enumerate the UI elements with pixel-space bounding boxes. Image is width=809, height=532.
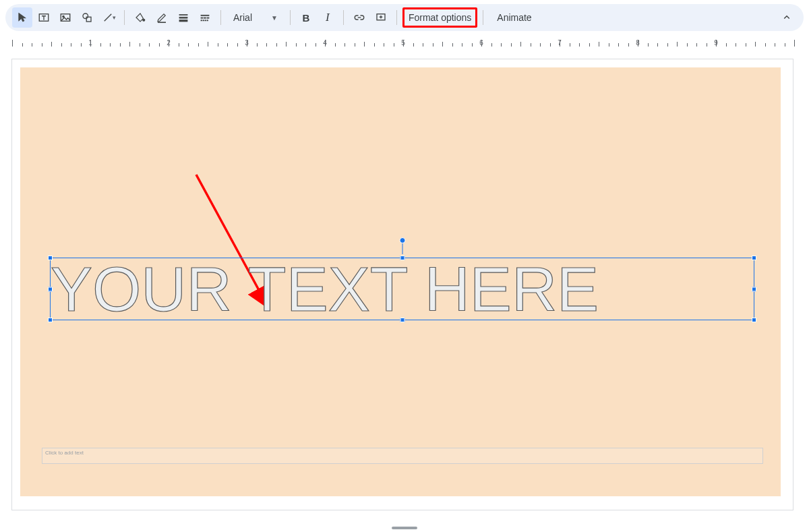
resize-handle-n[interactable] <box>400 256 404 260</box>
image-icon <box>59 11 71 24</box>
toolbar: ▾ Arial ▼ B I <box>5 4 804 31</box>
ruler-label: 3 <box>245 39 249 47</box>
resize-handle-w[interactable] <box>48 287 53 291</box>
svg-rect-15 <box>203 20 204 21</box>
link-icon <box>353 11 365 24</box>
select-tool-button[interactable] <box>12 7 32 28</box>
font-family-label: Arial <box>233 12 252 23</box>
panel-resize-handle[interactable] <box>392 527 417 529</box>
wordart-text: YOUR TEXT HERE <box>51 258 599 320</box>
border-weight-button[interactable] <box>173 7 193 28</box>
resize-handle-sw[interactable] <box>48 318 53 322</box>
svg-point-5 <box>143 19 145 21</box>
rotation-handle[interactable] <box>399 237 405 243</box>
shape-tool-button[interactable] <box>77 7 97 28</box>
line-tool-button[interactable]: ▾ <box>98 7 119 28</box>
ruler-label: 4 <box>323 39 327 47</box>
toolbar-separator <box>483 10 483 25</box>
resize-handle-s[interactable] <box>400 318 404 322</box>
textbox-tool-button[interactable] <box>34 7 54 28</box>
slide-canvas[interactable]: YOUR TEXT HERE Click to add text <box>12 59 793 510</box>
chevron-down-icon: ▾ <box>113 14 116 21</box>
resize-handle-se[interactable] <box>752 318 756 322</box>
paint-bucket-icon <box>134 11 146 24</box>
textbox-icon <box>38 11 50 24</box>
line-dash-icon <box>199 11 211 24</box>
svg-rect-12 <box>204 18 206 18</box>
insert-link-button[interactable] <box>349 7 369 28</box>
resize-handle-ne[interactable] <box>752 256 756 260</box>
toolbar-separator <box>396 10 397 25</box>
chevron-up-icon <box>781 11 793 24</box>
svg-rect-11 <box>201 18 203 18</box>
ruler-label: 5 <box>401 39 405 47</box>
ruler-label: 2 <box>167 39 171 47</box>
subtitle-placeholder[interactable]: Click to add text <box>42 448 763 464</box>
border-color-button[interactable] <box>152 7 172 28</box>
collapse-toolbar-button[interactable] <box>777 7 797 28</box>
italic-button[interactable]: I <box>318 7 338 28</box>
toolbar-separator <box>290 10 291 25</box>
svg-rect-9 <box>179 20 187 22</box>
pencil-icon <box>156 11 168 24</box>
animate-button[interactable]: Animate <box>489 7 539 28</box>
svg-point-3 <box>83 13 88 19</box>
svg-rect-10 <box>201 15 209 16</box>
insert-comment-button[interactable] <box>371 7 391 28</box>
svg-rect-6 <box>158 22 166 23</box>
toolbar-separator <box>220 10 221 25</box>
bold-button[interactable]: B <box>296 7 316 28</box>
svg-rect-17 <box>207 20 208 21</box>
image-tool-button[interactable] <box>55 7 76 28</box>
line-weight-icon <box>177 11 189 24</box>
chevron-down-icon: ▼ <box>271 14 278 22</box>
toolbar-separator <box>343 10 344 25</box>
font-family-picker[interactable]: Arial ▼ <box>227 7 284 28</box>
svg-rect-14 <box>201 20 202 21</box>
svg-rect-7 <box>179 15 187 16</box>
border-dash-button[interactable] <box>195 7 215 28</box>
horizontal-ruler[interactable]: 123456789 <box>0 35 809 50</box>
resize-handle-nw[interactable] <box>48 256 53 260</box>
shapes-icon <box>81 11 93 24</box>
cursor-icon <box>16 11 28 24</box>
svg-rect-8 <box>179 17 187 18</box>
wordart-textbox[interactable]: YOUR TEXT HERE <box>50 258 754 320</box>
comment-add-icon <box>375 11 387 24</box>
ruler-label: 6 <box>479 39 483 47</box>
format-options-button[interactable]: Format options <box>402 7 477 28</box>
svg-point-2 <box>63 16 64 17</box>
resize-handle-e[interactable] <box>752 287 756 291</box>
svg-rect-16 <box>205 20 206 21</box>
ruler-label: 8 <box>636 39 640 47</box>
slide[interactable]: YOUR TEXT HERE Click to add text <box>20 67 781 496</box>
fill-color-button[interactable] <box>130 7 150 28</box>
ruler-label: 1 <box>88 39 92 47</box>
svg-rect-13 <box>207 18 209 18</box>
toolbar-separator <box>124 10 125 25</box>
ruler-label: 9 <box>714 39 718 47</box>
ruler-label: 7 <box>558 39 562 47</box>
